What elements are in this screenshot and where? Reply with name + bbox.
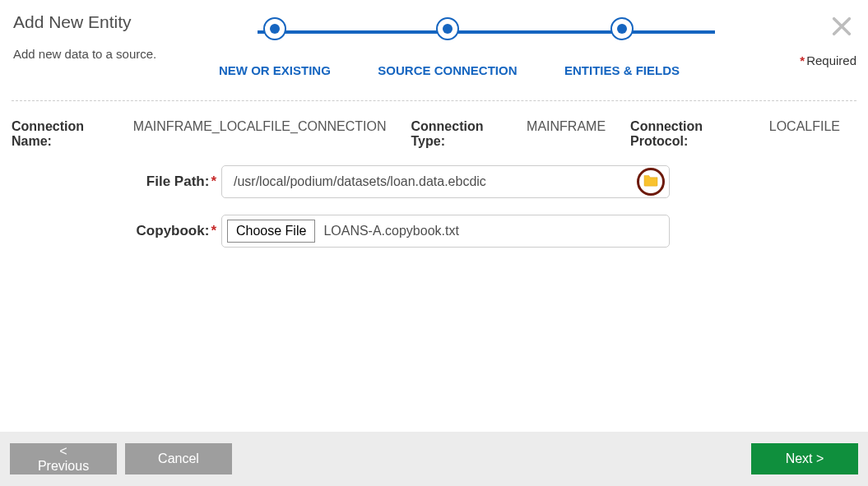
copybook-label: Copybook:*: [12, 223, 221, 239]
previous-button[interactable]: < Previous: [10, 443, 117, 474]
connection-type-value: MAINFRAME: [527, 119, 606, 149]
step-new-or-existing[interactable]: NEW OR EXISTING: [219, 17, 331, 77]
connection-info-row: Connection Name: MAINFRAME_LOCALFILE_CON…: [0, 101, 868, 157]
cancel-button[interactable]: Cancel: [125, 443, 232, 474]
browse-folder-button[interactable]: [637, 168, 665, 196]
connection-protocol-label: Connection Protocol:: [630, 119, 761, 149]
copybook-file-box: Choose File LOANS-A.copybook.txt: [221, 215, 670, 248]
connection-protocol-value: LOCALFILE: [769, 119, 840, 149]
step-entities-fields[interactable]: ENTITIES & FIELDS: [564, 17, 680, 77]
step-source-connection[interactable]: SOURCE CONNECTION: [378, 17, 517, 77]
connection-type-label: Connection Type:: [411, 119, 518, 149]
step-label: SOURCE CONNECTION: [378, 63, 517, 77]
step-label: ENTITIES & FIELDS: [564, 63, 680, 77]
copybook-filename: LOANS-A.copybook.txt: [323, 224, 459, 238]
connection-name-value: MAINFRAME_LOCALFILE_CONNECTION: [133, 119, 387, 149]
close-icon[interactable]: [830, 15, 853, 38]
folder-icon: [643, 174, 659, 190]
footer-bar: < Previous Cancel Next >: [0, 432, 868, 486]
page-title: Add New Entity: [13, 12, 219, 32]
step-label: NEW OR EXISTING: [219, 63, 331, 77]
page-subtitle: Add new data to a source.: [13, 47, 219, 61]
filepath-input[interactable]: [221, 165, 670, 198]
choose-file-button[interactable]: Choose File: [227, 220, 315, 243]
next-button[interactable]: Next >: [751, 443, 858, 474]
wizard-stepper: NEW OR EXISTING SOURCE CONNECTION ENTITI…: [219, 12, 855, 77]
filepath-label: File Path:*: [12, 174, 221, 190]
required-indicator: *Required: [800, 53, 856, 67]
connection-name-label: Connection Name:: [12, 119, 125, 149]
